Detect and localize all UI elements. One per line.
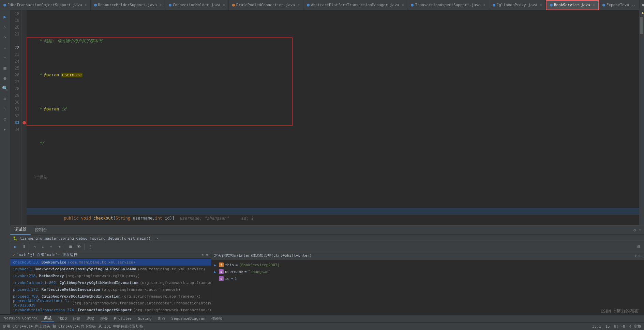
- sidebar-debug-icon[interactable]: ▶: [1, 13, 9, 20]
- var-this-name: this: [225, 263, 234, 267]
- tab-cglib[interactable]: CglibAopProxy.java ×: [489, 0, 546, 10]
- debug-resume-btn[interactable]: ▶: [12, 243, 19, 251]
- bottom-tab-deps[interactable]: 依赖项: [209, 315, 225, 322]
- bottom-tab-vc[interactable]: Version Control: [1, 315, 41, 322]
- var-row-username: ▶ p username = "zhangsan": [211, 268, 644, 275]
- tab-close-transaction[interactable]: ×: [483, 3, 485, 7]
- frame-6-package: (org.springframework.transaction.interce…: [72, 301, 211, 305]
- frame-2-package: (org.springframework.cglib.proxy): [65, 274, 140, 278]
- tab-close-resource[interactable]: ×: [160, 3, 162, 7]
- ln-23: 23: [12, 51, 19, 58]
- tab-druid[interactable]: DruidPooledConnection.java ×: [229, 0, 303, 10]
- stack-frame-0[interactable]: checkout:33, BookService (com.mashibing.…: [10, 259, 211, 266]
- expression-bar: 对表达式求值(Enter)或添加监视(Ctrl+Shift+Enter) + ⊞: [211, 251, 644, 260]
- sidebar-breakpoints-icon[interactable]: ●: [1, 74, 9, 82]
- tab-label-bookservice: BookService.java: [554, 3, 590, 7]
- var-id-value: 1: [235, 276, 237, 281]
- thread-expand-icon[interactable]: ▼: [206, 253, 208, 257]
- tab-bookservice[interactable]: BookService.java ×: [546, 0, 599, 10]
- debug-step-out-btn[interactable]: ↑: [47, 243, 55, 251]
- tab-label-cglib: CglibAopProxy.java: [497, 3, 537, 7]
- debug-run-to-cursor-btn[interactable]: ⇥: [56, 243, 63, 251]
- expression-expand-icon[interactable]: ⊞: [639, 253, 641, 258]
- ln-25: 25: [12, 65, 19, 72]
- stack-frame-1[interactable]: invoke:1, BookService$$FastClassBySpring…: [10, 266, 211, 272]
- bp-25: [22, 65, 27, 72]
- tab-close-cglib[interactable]: ×: [540, 3, 542, 7]
- tab-overflow[interactable]: ▼: [640, 2, 644, 8]
- frame-6-name: proceedWithInvocation:-1, 1079125839: [13, 299, 70, 308]
- bottom-tab-terminal[interactable]: 终端: [84, 315, 97, 322]
- debug-settings-icon[interactable]: ⚙: [633, 228, 636, 232]
- sidebar-step-over-icon[interactable]: ↷: [1, 33, 9, 41]
- tab-close-bookservice[interactable]: ×: [593, 3, 595, 7]
- stack-frame-4[interactable]: proceed:172, ReflectiveMethodInvocation …: [10, 286, 211, 293]
- tab-abstract[interactable]: AbstractPlatformTransactionManager.java …: [303, 0, 407, 10]
- tab-close-druid[interactable]: ×: [298, 3, 300, 7]
- bottom-tab-seqdiag[interactable]: SequenceDiagram: [169, 316, 208, 321]
- tab-resource[interactable]: ResourceHolderSupport.java ×: [91, 0, 165, 10]
- expression-add-icon[interactable]: +: [634, 253, 637, 258]
- debug-tab-console[interactable]: 控制台: [31, 225, 51, 235]
- debug-watch-btn[interactable]: 👁: [75, 243, 83, 251]
- bottom-tab-debug[interactable]: 调试: [41, 315, 54, 322]
- debug-tab-debugger[interactable]: 调试器: [10, 225, 31, 235]
- code-line-18: * 结账: 传入哪个用户买了哪本书: [27, 38, 639, 44]
- code-content[interactable]: * 结账: 传入哪个用户买了哪本书 * @param username * @p…: [27, 10, 639, 225]
- frame-4-name: proceed:172,: [13, 287, 40, 292]
- ln-21b: [12, 38, 19, 44]
- tab-close-connection[interactable]: ×: [223, 3, 225, 7]
- sidebar-structure-icon[interactable]: ≡: [1, 95, 9, 102]
- debug-more-btn[interactable]: ⋮: [86, 243, 94, 251]
- bottom-tab-profiler[interactable]: Profiler: [111, 316, 135, 321]
- debug-evaluate-btn[interactable]: ⊞: [67, 243, 74, 251]
- tab-close-abstract[interactable]: ×: [402, 3, 404, 7]
- sidebar-stop-icon[interactable]: ■: [1, 64, 9, 72]
- stack-frame-6[interactable]: proceedWithInvocation:-1, 1079125839 (or…: [10, 300, 211, 306]
- debug-layout-btn[interactable]: ⊟: [635, 243, 643, 251]
- debug-step-into-btn[interactable]: ↓: [39, 243, 47, 251]
- stack-frame-3[interactable]: invokeJoinpoint:802, CglibAopProxy$Cglib…: [10, 279, 211, 286]
- tab-label-resource: ResourceHolderSupport.java: [98, 3, 157, 7]
- sidebar-step-out-icon[interactable]: ↑: [1, 54, 9, 61]
- editor-scrollbar[interactable]: ▲: [639, 10, 644, 225]
- frame-0-class: BookService: [41, 260, 66, 265]
- editor-area: 18 19 20 21 22 23 24 25 26 27 28 29 30 3…: [10, 10, 644, 225]
- tab-transaction[interactable]: TransactionAspectSupport.java ×: [407, 0, 489, 10]
- scrollbar-thumb[interactable]: [640, 17, 643, 34]
- sidebar-run-icon[interactable]: ⚡: [1, 23, 9, 31]
- debug-pause-btn[interactable]: ⏸: [20, 243, 27, 251]
- bp-23: [22, 51, 27, 58]
- stack-frame-2[interactable]: invoke:218, MethodProxy (org.springframe…: [10, 272, 211, 279]
- ln-30: 30: [12, 99, 19, 106]
- tab-label-expose: ExposeInvo...: [606, 3, 636, 7]
- filter-icon[interactable]: ⚗: [201, 253, 204, 257]
- debug-session-row: 🐛 lianpengju-master:spring-debug [spring…: [10, 235, 644, 242]
- sidebar-search-icon[interactable]: 🔍: [1, 85, 9, 92]
- debug-session-close[interactable]: ×: [156, 236, 159, 241]
- sidebar-settings-icon[interactable]: ⚙: [1, 115, 9, 123]
- bottom-tab-services[interactable]: 服务: [98, 315, 110, 322]
- bottom-tab-todo[interactable]: TODO: [55, 316, 70, 321]
- bottom-tab-problems[interactable]: 问题: [70, 315, 83, 322]
- code-line-21: */: [27, 140, 639, 147]
- debug-step-over-btn[interactable]: ↷: [31, 243, 39, 251]
- tab-jdbc[interactable]: JdbcTransactionObjectSupport.java ×: [0, 0, 91, 10]
- ln-24: 24: [12, 58, 19, 65]
- tab-close-jdbc[interactable]: ×: [85, 3, 87, 7]
- stack-frame-7[interactable]: invokeWithinTransaction:374, Transaction…: [10, 306, 211, 313]
- bottom-tab-breakpoints[interactable]: 断点: [155, 315, 168, 322]
- var-username-expand[interactable]: ▶: [214, 270, 218, 274]
- sidebar-git-icon[interactable]: ⑂: [1, 105, 9, 112]
- bottom-tab-spring[interactable]: Spring: [135, 316, 154, 321]
- tab-label-connection: ConnectionHolder.java: [173, 3, 220, 7]
- tab-connection[interactable]: ConnectionHolder.java ×: [165, 0, 229, 10]
- var-this-expand[interactable]: ▶: [214, 263, 218, 267]
- tab-icon-jdbc: [3, 4, 6, 6]
- tab-expose[interactable]: ExposeInvo...: [599, 0, 640, 10]
- sidebar-step-into-icon[interactable]: ↓: [1, 44, 9, 51]
- tab-label-druid: DruidPooledConnection.java: [236, 3, 295, 7]
- variables-list: ▶ f this = {BookService@2907} ▶ p userna…: [211, 260, 644, 322]
- sidebar-terminal-icon[interactable]: ▸: [1, 125, 9, 133]
- debug-panel-close-icon[interactable]: ≡: [639, 227, 641, 232]
